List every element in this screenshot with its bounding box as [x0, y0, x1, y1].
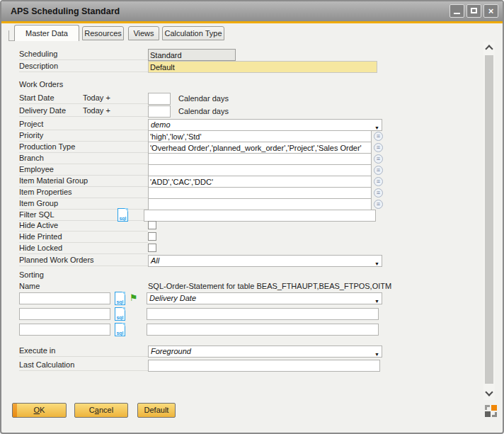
row-sorting-column-headers: Name SQL-Order-Statement for table BEAS_…	[1, 281, 504, 293]
last-calculation-input[interactable]	[148, 360, 380, 372]
close-button[interactable]: ×	[483, 4, 498, 18]
item-group-input[interactable]	[148, 198, 372, 210]
choose-from-list-icon[interactable]: ≡	[374, 154, 383, 164]
scroll-up-button[interactable]	[483, 42, 495, 54]
minimize-icon	[454, 13, 460, 14]
choose-from-list-icon[interactable]: ≡	[374, 188, 383, 198]
start-date-prefix: Today +	[83, 93, 110, 103]
work-orders-header: Work Orders	[19, 80, 63, 88]
sorting-name-input-2[interactable]	[19, 308, 110, 320]
choose-from-list-icon[interactable]: ≡	[374, 200, 383, 209]
hide-active-checkbox[interactable]	[148, 221, 156, 229]
row-production-type: Production Type ≡	[1, 142, 504, 154]
maximize-icon	[471, 8, 477, 13]
sorting-statement-input-2[interactable]	[147, 308, 379, 320]
start-date-input[interactable]	[148, 93, 171, 105]
sorting-name-input-1[interactable]	[19, 292, 110, 304]
employee-label: Employee	[19, 165, 148, 176]
dialog-window: APS Scheduling Standard × Master Data Re…	[0, 0, 504, 434]
accent-line	[1, 21, 503, 23]
employee-input[interactable]	[148, 164, 372, 176]
tab-calculation-type[interactable]: Calculation Type	[162, 26, 224, 40]
execute-in-value: Foreground	[151, 347, 191, 355]
window-controls: ×	[449, 4, 498, 18]
choose-from-list-icon[interactable]: ≡	[374, 166, 383, 175]
item-material-group-input[interactable]	[148, 176, 372, 188]
row-project: Project demo▼	[1, 119, 504, 131]
sorting-statement-dropdown-1[interactable]: Delivery Date▼	[147, 292, 382, 304]
sorting-row: sql	[1, 324, 504, 336]
choose-from-list-icon[interactable]: ≡	[374, 132, 383, 141]
sorting-header: Sorting	[19, 270, 44, 279]
item-properties-label: Item Properties	[19, 188, 148, 198]
start-date-label: Start DateToday +	[19, 93, 148, 104]
row-execute-in: Execute in Foreground▼	[1, 346, 504, 358]
sorting-row: sql	[1, 308, 504, 320]
row-hide-printed: Hide Printed	[1, 232, 504, 244]
delivery-date-label: Delivery DateToday +	[19, 106, 148, 117]
hide-locked-checkbox[interactable]	[148, 244, 156, 252]
project-value: demo	[151, 120, 171, 129]
close-icon: ×	[484, 5, 498, 17]
sql-editor-icon[interactable]: sql	[115, 307, 125, 321]
tab-views[interactable]: Views	[128, 26, 159, 40]
row-hide-locked: Hide Locked	[1, 243, 504, 255]
choose-from-list-icon[interactable]: ≡	[374, 177, 383, 186]
tab-resources[interactable]: Resources	[82, 26, 124, 40]
tab-master-data[interactable]: Master Data	[14, 25, 79, 41]
maximize-button[interactable]	[466, 4, 481, 18]
choose-from-list-icon[interactable]: ≡	[374, 143, 383, 152]
priority-input[interactable]	[148, 130, 372, 142]
sorting-name-input-3[interactable]	[19, 324, 110, 336]
cancel-button[interactable]: Cancel	[74, 403, 128, 418]
branch-label: Branch	[19, 154, 148, 164]
default-button[interactable]: Default	[137, 403, 176, 418]
row-last-calculation: Last Calculation	[1, 360, 504, 372]
project-dropdown[interactable]: demo▼	[148, 119, 382, 131]
row-branch: Branch ≡	[1, 153, 504, 165]
scroll-down-icon	[485, 388, 493, 396]
hide-active-label: Hide Active	[19, 221, 148, 232]
sql-editor-icon[interactable]: sql	[115, 323, 125, 336]
delivery-date-input[interactable]	[148, 105, 171, 118]
row-sorting-header: Sorting	[1, 270, 504, 282]
filter-sql-label: Filter SQL	[19, 210, 148, 221]
item-properties-input[interactable]	[148, 187, 372, 199]
branch-input[interactable]	[148, 153, 372, 165]
window-title: APS Scheduling Standard	[11, 1, 120, 21]
item-material-group-label: Item Material Group	[19, 176, 148, 187]
flag-icon[interactable]: ⚑	[130, 292, 138, 303]
chevron-down-icon: ▼	[374, 258, 379, 267]
row-item-properties: Item Properties ≡	[1, 187, 504, 199]
scroll-up-icon	[485, 45, 493, 52]
chevron-down-icon: ▼	[374, 349, 379, 358]
ok-button[interactable]: OK	[12, 403, 67, 418]
row-planned-work-orders: Planned Work Orders All▼	[1, 255, 504, 267]
resize-grip-icon[interactable]	[485, 405, 497, 417]
hide-locked-label: Hide Locked	[19, 244, 148, 254]
production-type-input[interactable]	[148, 142, 372, 154]
hide-printed-checkbox[interactable]	[148, 232, 156, 241]
delivery-date-prefix: Today +	[83, 106, 110, 115]
execute-in-dropdown[interactable]: Foreground▼	[148, 346, 382, 358]
description-label: Description	[19, 62, 148, 72]
scrollbar-thumb[interactable]	[485, 55, 493, 384]
scroll-down-button[interactable]	[483, 388, 495, 399]
minimize-button[interactable]	[449, 4, 464, 18]
planned-work-orders-dropdown[interactable]: All▼	[148, 255, 382, 267]
sorting-statement-input-3[interactable]	[147, 324, 379, 336]
default-button-stripe	[13, 404, 17, 417]
description-input[interactable]	[148, 61, 377, 73]
row-item-group: Item Group ≡	[1, 198, 504, 210]
delivery-date-suffix: Calendar days	[178, 107, 229, 115]
sql-editor-icon[interactable]: sql	[115, 292, 125, 305]
planned-work-orders-value: All	[151, 256, 159, 265]
scheduling-label: Scheduling	[19, 50, 148, 60]
row-item-material-group: Item Material Group ≡	[1, 176, 504, 188]
planned-work-orders-label: Planned Work Orders	[19, 256, 148, 266]
titlebar[interactable]: APS Scheduling Standard ×	[1, 1, 503, 21]
row-work-orders-header: Work Orders	[1, 79, 504, 91]
sorting-name-header: Name	[19, 282, 40, 290]
row-priority: Priority ≡	[1, 130, 504, 142]
row-description: Description	[1, 61, 504, 73]
